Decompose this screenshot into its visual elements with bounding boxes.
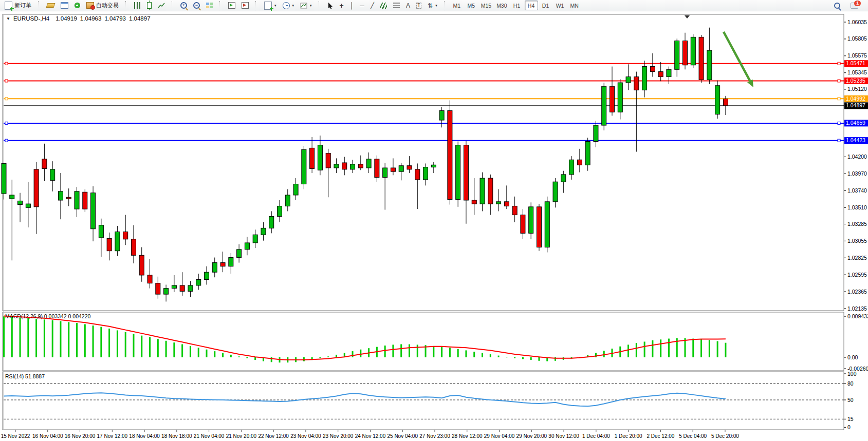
new-order-button[interactable]: 新订单 xyxy=(2,1,34,10)
search-button[interactable] xyxy=(832,1,843,10)
macd-histogram-bar xyxy=(125,332,126,357)
arrows-tool-button[interactable]: ⇅ ▾ xyxy=(425,1,440,10)
macd-histogram-bar xyxy=(133,334,134,357)
market-watch-button[interactable] xyxy=(58,1,71,10)
macd-histogram-bar xyxy=(498,356,500,357)
macd-histogram-bar xyxy=(3,316,5,357)
chart-shift-button[interactable] xyxy=(239,1,251,10)
text-tool-button[interactable]: A xyxy=(403,1,413,10)
level-handle[interactable] xyxy=(838,98,840,100)
time-axis[interactable]: 15 Nov 202216 Nov 04:0016 Nov 20:0017 No… xyxy=(1,430,740,439)
timeframe-D1[interactable]: D1 xyxy=(539,1,552,10)
level-handle[interactable] xyxy=(5,98,8,100)
price-level-badge-label: 1.04659 xyxy=(846,120,865,126)
bar-chart-button[interactable] xyxy=(132,1,143,10)
candle-body xyxy=(91,193,96,229)
candle-body xyxy=(123,232,128,239)
chart-window[interactable]: ▼ EURUSD-,H4 1.04919 1.04963 1.04793 1.0… xyxy=(0,11,868,441)
notifications-button[interactable]: 1 xyxy=(848,1,861,10)
candle-body xyxy=(658,72,663,77)
macd-histogram-bar xyxy=(271,357,272,362)
macd-histogram-bar xyxy=(409,344,410,357)
chart-menu-caret-icon[interactable]: ▼ xyxy=(6,16,10,21)
toolbar-separator xyxy=(319,1,322,10)
candle-body xyxy=(577,160,582,165)
macd-histogram-bar xyxy=(157,339,159,357)
time-tick-label: 25 Nov 04:00 xyxy=(387,433,418,439)
new-chart-button[interactable]: ▾ xyxy=(262,1,279,10)
templates-button[interactable]: ▾ xyxy=(298,1,315,10)
macd-histogram-bar xyxy=(44,319,45,357)
level-handle[interactable] xyxy=(5,62,8,65)
macd-histogram-bar xyxy=(636,343,637,357)
deposit-button[interactable] xyxy=(44,1,57,10)
trendline-button[interactable]: ╱ xyxy=(368,1,377,10)
level-handle[interactable] xyxy=(838,139,840,142)
level-handle[interactable] xyxy=(5,139,8,142)
channel-icon xyxy=(380,3,387,9)
timeframe-M15[interactable]: M15 xyxy=(479,1,493,10)
chart-panel[interactable] xyxy=(3,14,844,311)
candle-body xyxy=(366,159,371,168)
signals-button[interactable] xyxy=(72,1,83,10)
macd-histogram-bar xyxy=(685,338,686,357)
periods-button[interactable]: ▾ xyxy=(280,1,297,10)
zoom-in-button[interactable]: + xyxy=(178,1,190,10)
macd-histogram-bar xyxy=(214,351,215,357)
price-tick-label: 1.03970 xyxy=(847,170,867,177)
price-level-badge-label: 1.04897 xyxy=(846,102,865,108)
time-tick-label: 5 Dec 04:00 xyxy=(679,433,707,439)
chat-bubble-icon: 1 xyxy=(851,3,858,9)
channel-button[interactable] xyxy=(378,1,390,10)
candle-body xyxy=(512,206,517,215)
candle-body xyxy=(318,145,322,170)
timeframe-M1[interactable]: M1 xyxy=(450,1,464,10)
fibonacci-button[interactable] xyxy=(391,1,402,10)
chart-panel[interactable] xyxy=(3,372,844,430)
timeframe-H1[interactable]: H1 xyxy=(510,1,524,10)
macd-histogram-bar xyxy=(725,343,726,357)
crosshair-button[interactable]: + xyxy=(337,1,346,10)
tile-windows-button[interactable] xyxy=(204,1,215,10)
level-handle[interactable] xyxy=(838,122,840,124)
zoom-out-button[interactable]: − xyxy=(191,1,202,10)
candle-body xyxy=(723,99,728,106)
macd-histogram-bar xyxy=(595,353,597,357)
candle-body xyxy=(180,285,184,291)
label-tool-button[interactable]: T xyxy=(414,1,424,10)
rsi-tick-label: 15 xyxy=(847,416,854,422)
level-handle[interactable] xyxy=(838,80,840,82)
macd-histogram-bar xyxy=(11,317,13,357)
candlestick-chart-button[interactable] xyxy=(144,1,154,10)
vertical-line-button[interactable]: │ xyxy=(347,1,357,10)
horizontal-line-icon: ─ xyxy=(360,2,364,9)
level-handle[interactable] xyxy=(838,62,840,65)
price-chart-svg[interactable]: 1.060351.058051.055751.053451.051201.042… xyxy=(0,11,868,441)
macd-histogram-bar xyxy=(238,356,240,357)
line-chart-button[interactable] xyxy=(155,1,168,10)
candle-body xyxy=(172,285,176,289)
price-level-badge-label: 1.05235 xyxy=(846,78,865,84)
cursor-button[interactable] xyxy=(325,1,336,10)
level-handle[interactable] xyxy=(5,80,8,82)
timeframe-W1[interactable]: W1 xyxy=(553,1,567,10)
horizontal-line-button[interactable]: ─ xyxy=(357,1,367,10)
timeframe-M30[interactable]: M30 xyxy=(494,1,509,10)
auto-scroll-button[interactable] xyxy=(226,1,238,10)
level-handle[interactable] xyxy=(5,122,8,124)
candle-body xyxy=(83,192,87,209)
rsi-tick-label: 50 xyxy=(847,397,854,403)
timeframe-H4[interactable]: H4 xyxy=(525,1,538,10)
price-tick-label: 1.03510 xyxy=(847,204,867,210)
time-tick-label: 23 Nov 20:00 xyxy=(323,433,354,439)
candle-body xyxy=(650,67,655,72)
chart-header: ▼ EURUSD-,H4 1.04919 1.04963 1.04793 1.0… xyxy=(6,15,151,22)
mt4-application: 新订单 自动交易 + − xyxy=(0,0,868,441)
timeframe-MN[interactable]: MN xyxy=(568,1,581,10)
candle-body xyxy=(675,41,679,69)
price-tick-label: 1.05805 xyxy=(847,35,867,42)
autotrading-button[interactable]: 自动交易 xyxy=(84,1,121,10)
timeframe-M5[interactable]: M5 xyxy=(465,1,478,10)
candle-body xyxy=(188,285,193,291)
price-level-badge-label: 1.04423 xyxy=(846,137,865,143)
